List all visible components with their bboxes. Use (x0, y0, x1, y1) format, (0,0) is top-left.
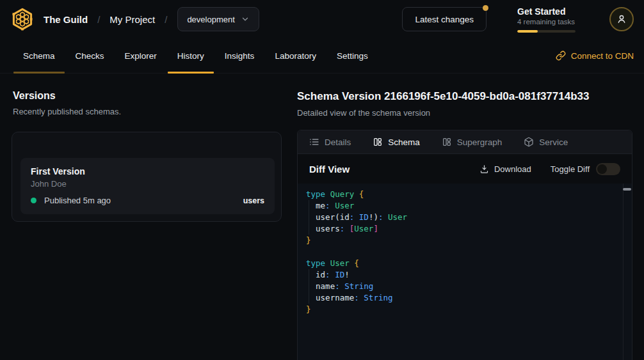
versions-list: First Version John Doe Published 5m ago … (12, 132, 282, 222)
code-line (306, 246, 619, 258)
code-line: users: [User] (306, 223, 619, 235)
nav-tab-history[interactable]: History (167, 38, 214, 73)
get-started-title: Get Started (517, 6, 576, 17)
nav-tab-settings[interactable]: Settings (326, 38, 378, 73)
code-line: me: User (306, 200, 619, 212)
diff-actions: Download Toggle Diff (479, 163, 620, 175)
get-started-subtitle: 4 remaining tasks (517, 18, 576, 26)
connect-to-cdn-link[interactable]: Connect to CDN (556, 51, 634, 61)
version-detail-panel: Schema Version 2166196f-5e10-4059-bd0a-0… (297, 74, 644, 360)
chevron-down-icon (241, 15, 250, 24)
switch-knob (597, 164, 607, 174)
version-detail-subtitle: Detailed view of the schema version (297, 108, 632, 118)
tab-schema-label: Schema (388, 137, 420, 147)
nav-tab-explorer[interactable]: Explorer (115, 38, 167, 73)
version-author: John Doe (31, 179, 264, 189)
code-line: username: String (306, 292, 619, 304)
breadcrumb-project[interactable]: My Project (109, 14, 155, 25)
hive-logo-icon[interactable] (10, 7, 35, 31)
download-label: Download (494, 164, 531, 174)
scrollbar-thumb[interactable] (623, 188, 631, 191)
get-started-widget[interactable]: Get Started 4 remaining tasks (517, 6, 576, 33)
diff-view-title: Diff View (309, 164, 350, 175)
download-button[interactable]: Download (479, 164, 531, 174)
tab-details-label: Details (325, 137, 351, 147)
code-line: type Query { (306, 189, 619, 200)
version-card[interactable]: First Version John Doe Published 5m ago … (20, 158, 275, 214)
panels-icon (373, 137, 383, 147)
code-line: name: String (306, 281, 619, 292)
published-status-dot (31, 198, 36, 203)
notification-dot (483, 5, 488, 11)
code-line: id: ID! (306, 269, 619, 281)
list-icon (309, 137, 319, 147)
service-badge: users (243, 196, 264, 205)
get-started-progress-bar (517, 30, 576, 33)
main-nav: Schema Checks Explorer History Insights … (0, 38, 644, 74)
cube-icon (524, 137, 534, 147)
link-icon (556, 51, 566, 61)
nav-tab-schema[interactable]: Schema (13, 38, 65, 73)
code-block: type Query { me: User user(id: ID!): Use… (298, 184, 632, 360)
toggle-diff-label: Toggle Diff (551, 164, 590, 174)
main-content: Versions Recently published schemas. Fir… (0, 74, 644, 360)
target-selector-value: development (187, 15, 234, 24)
top-header: The Guild / My Project / development Lat… (0, 0, 644, 38)
tab-supergraph[interactable]: Supergraph (442, 137, 503, 147)
nav-tab-insights[interactable]: Insights (214, 38, 265, 73)
tab-service[interactable]: Service (524, 137, 568, 147)
tab-schema[interactable]: Schema (373, 137, 420, 147)
download-icon (479, 164, 489, 174)
code-line: type User { (306, 258, 619, 269)
progress-fill (517, 30, 538, 33)
published-status-text: Published 5m ago (44, 196, 111, 205)
version-name: First Version (31, 166, 264, 176)
versions-subtitle: Recently published schemas. (13, 107, 284, 116)
versions-panel: Versions Recently published schemas. Fir… (0, 74, 297, 360)
version-detail-title: Schema Version 2166196f-5e10-4059-bd0a-0… (297, 90, 632, 103)
latest-changes-label: Latest changes (415, 15, 474, 24)
breadcrumb-separator: / (165, 14, 167, 25)
nav-tab-checks[interactable]: Checks (65, 38, 115, 73)
scrollbar-track (623, 184, 624, 360)
breadcrumb-org[interactable]: The Guild (44, 14, 88, 25)
versions-title: Versions (13, 90, 284, 102)
code-line: } (306, 304, 619, 315)
detail-tabs: Details Schema Supergraph (298, 130, 632, 154)
tab-service-label: Service (539, 137, 568, 147)
nav-tab-laboratory[interactable]: Laboratory (264, 38, 326, 73)
code-line: user(id: ID!): User (306, 212, 619, 223)
breadcrumb-separator: / (97, 14, 100, 25)
code-line: } (306, 235, 619, 246)
app-root: The Guild / My Project / development Lat… (0, 0, 644, 360)
breadcrumb: The Guild / My Project / (44, 14, 167, 25)
tab-supergraph-label: Supergraph (457, 137, 503, 147)
version-meta-row: Published 5m ago users (31, 196, 264, 205)
target-selector-dropdown[interactable]: development (177, 7, 259, 31)
person-icon (615, 13, 628, 26)
detail-panel: Details Schema Supergraph (297, 130, 632, 360)
connect-to-cdn-label: Connect to CDN (571, 51, 634, 61)
toggle-diff-switch[interactable] (596, 163, 620, 175)
latest-changes-button[interactable]: Latest changes (402, 7, 487, 31)
user-avatar[interactable] (609, 7, 634, 31)
panels-icon (442, 137, 452, 147)
tab-details[interactable]: Details (309, 137, 351, 147)
diff-view-toolbar: Diff View Download Toggle Diff (298, 154, 632, 184)
